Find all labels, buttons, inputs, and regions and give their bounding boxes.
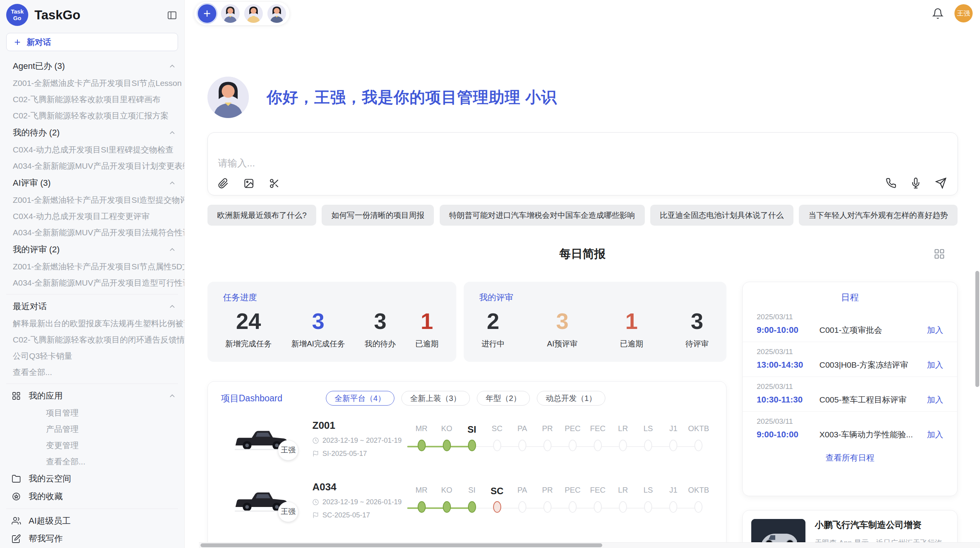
milestone-dot-cell — [535, 501, 559, 515]
quick-contacts-bar — [194, 2, 290, 25]
sidebar-item[interactable]: A034-全新新能源MUV产品开发项目法规符合性评审 — [0, 224, 184, 241]
stat-label: 新增完成任务 — [225, 339, 272, 349]
dashboard-filter-chip[interactable]: 全新上装（3） — [401, 391, 470, 406]
milestone-dot — [594, 440, 602, 451]
chevron-up-icon[interactable] — [168, 245, 176, 254]
contact-avatar-1[interactable] — [221, 4, 240, 23]
milestone-labels: MRKOSISCPAPRPECFECLRLSJ1OKTB — [409, 424, 711, 435]
join-link[interactable]: 加入 — [927, 394, 943, 405]
dashboard-filter-chip[interactable]: 动总开发（1） — [537, 391, 605, 406]
image-icon[interactable] — [243, 178, 254, 189]
milestone-dot-cell — [510, 440, 534, 454]
sidebar-section-header[interactable]: AI评审 (3) — [0, 174, 184, 192]
sidebar-item-users[interactable]: AI超级员工 — [0, 512, 184, 530]
phone-icon[interactable] — [886, 178, 896, 188]
suggestion-chip[interactable]: 比亚迪全固态电池计划具体说了什么 — [650, 205, 793, 226]
dashboard-filter-chip[interactable]: 全新平台（4） — [326, 391, 394, 406]
sidebar-item-badge-star[interactable]: 我的收藏 — [0, 488, 184, 505]
event-row: 13:00-14:30C003|H0B-方案冻结评审加入 — [757, 360, 943, 370]
brief-layout-icon[interactable] — [934, 248, 945, 260]
my-review-card: 我的评审 2进行中3AI预评审1已逾期3待评审 — [464, 282, 726, 362]
project-row[interactable]: 王强A0342023-12-19 ~ 2026-01-19SC-2025-05-… — [208, 469, 726, 531]
project-dates: 2023-12-19 ~ 2027-01-19 — [312, 437, 406, 445]
join-link[interactable]: 加入 — [927, 360, 943, 370]
milestone-line — [409, 440, 711, 454]
flag-icon — [312, 512, 319, 519]
sidebar-item[interactable]: 公司Q3轻卡销量 — [0, 348, 184, 364]
new-chat-button[interactable]: 新对话 — [6, 33, 178, 51]
project-flag-text: SI-2025-05-17 — [322, 450, 367, 458]
join-link[interactable]: 加入 — [927, 429, 943, 440]
sidebar-app-item[interactable]: 查看全部... — [0, 454, 184, 470]
sidebar-item[interactable]: C0X4-动力总成开发项目SI里程碑提交物检查 — [0, 142, 184, 158]
chevron-up-icon[interactable] — [168, 62, 176, 70]
sidebar-app-item[interactable]: 项目管理 — [0, 405, 184, 421]
sidebar-item[interactable]: A034-全新新能源MUV产品开发项目计划变更表编写 — [0, 158, 184, 174]
sidebar-section-header[interactable]: 我的评审 (2) — [0, 241, 184, 259]
sidebar-item[interactable]: C02-飞腾新能源轻客改款项目立项汇报方案 — [0, 108, 184, 124]
sidebar-section-header[interactable]: 我的待办 (2) — [0, 124, 184, 142]
write-icon — [12, 534, 21, 543]
sidebar-item[interactable]: C0X4-动力总成开发项目工程变更评审 — [0, 208, 184, 224]
send-icon[interactable] — [935, 177, 947, 189]
horizontal-scrollbar-thumb[interactable] — [200, 543, 602, 547]
add-contact-button[interactable] — [198, 4, 216, 23]
view-all-schedule-link[interactable]: 查看所有日程 — [743, 452, 957, 463]
sidebar-item-my-apps[interactable]: 我的应用 — [0, 387, 184, 405]
contact-avatar-3[interactable] — [267, 4, 286, 23]
scissors-icon[interactable] — [269, 178, 280, 189]
schedule-event: 2025/03/119:00-10:00C001-立项审批会加入 — [743, 307, 957, 342]
project-dates: 2023-12-19 ~ 2026-01-19 — [312, 498, 406, 506]
milestone-label: PEC — [560, 486, 584, 497]
mic-icon[interactable] — [910, 178, 921, 188]
users-icon — [12, 516, 21, 526]
suggestion-chip[interactable]: 欧洲新规最近颁布了什么? — [207, 205, 316, 226]
sidebar-item-write[interactable]: 帮我写作 — [0, 530, 184, 548]
sidebar-item-folder[interactable]: 我的云空间 — [0, 470, 184, 488]
stat-label: 进行中 — [481, 339, 505, 349]
milestone-label: J1 — [661, 424, 685, 435]
sidebar-item[interactable]: 解释最新出台的欧盟报废车法规再生塑料比例被调至15%... — [0, 315, 184, 332]
chevron-up-icon[interactable] — [168, 392, 176, 400]
milestone-dot — [468, 501, 476, 513]
suggestion-chip[interactable]: 如何写一份清晰的项目周报 — [322, 205, 434, 226]
event-row: 9:00-10:00X003-车辆动力学性能验...加入 — [757, 429, 943, 440]
vertical-scrollbar-thumb[interactable] — [975, 271, 979, 387]
milestone-dot — [694, 501, 702, 513]
logo-line2: Go — [13, 15, 21, 22]
event-row: 9:00-10:00C001-立项审批会加入 — [757, 325, 943, 336]
paperclip-icon[interactable] — [218, 178, 229, 189]
suggestion-chip[interactable]: 特朗普可能对进口汽车增税会对中国车企造成哪些影响 — [440, 205, 645, 226]
join-link[interactable]: 加入 — [927, 325, 943, 336]
dashboard-filter-chip[interactable]: 年型（2） — [477, 391, 530, 406]
sidebar-item[interactable]: A034-全新新能源MUV产品开发项目造型可行性评审 — [0, 275, 184, 291]
sidebar-item[interactable]: Z001-全新燃油轻卡产品开发项目SI节点属性5D文件评审 — [0, 259, 184, 275]
sidebar-shortcut-label: 我的云空间 — [29, 473, 71, 485]
milestone-dot — [443, 440, 451, 451]
user-avatar[interactable]: 王强 — [954, 4, 973, 22]
sidebar-item[interactable]: Z001-全新燃油轻卡产品开发项目SI造型提交物评审 — [0, 192, 184, 208]
milestone-dot — [493, 440, 501, 451]
sidebar-app-item[interactable]: 产品管理 — [0, 421, 184, 437]
sidebar-item[interactable]: C02-飞腾新能源轻客改款项目的闭环通告反馈情况 — [0, 332, 184, 348]
sidebar-collapse-icon[interactable] — [167, 10, 177, 21]
sidebar-item[interactable]: 查看全部... — [0, 364, 184, 380]
sidebar-section-header[interactable]: 最近对话 — [0, 298, 184, 315]
chevron-up-icon[interactable] — [168, 302, 176, 311]
milestone-label: PR — [535, 424, 559, 435]
composer[interactable]: 请输入... — [207, 132, 958, 195]
task-progress-stats: 24新增完成任务3新增AI完成任务3我的待办1已逾期 — [223, 310, 441, 349]
contact-avatar-2[interactable] — [244, 4, 263, 23]
composer-left-tools — [218, 178, 280, 189]
sidebar-item[interactable]: C02-飞腾新能源轻客改款项目里程碑画布 — [0, 91, 184, 108]
sidebar-section-header[interactable]: Agent已办 (3) — [0, 57, 184, 75]
sidebar-item[interactable]: Z001-全新燃油皮卡产品开发项目SI节点Lesson Learn报告 — [0, 75, 184, 91]
chevron-up-icon[interactable] — [168, 128, 176, 137]
notification-bell-icon[interactable] — [932, 8, 944, 19]
suggestion-chip[interactable]: 当下年轻人对汽车外观有怎样的喜好趋势 — [799, 205, 958, 226]
chevron-up-icon[interactable] — [168, 179, 176, 187]
project-row[interactable]: 王强Z0012023-12-19 ~ 2027-01-19SI-2025-05-… — [208, 408, 726, 469]
milestone-dot — [418, 440, 426, 451]
stat-value: 3 — [547, 310, 577, 333]
sidebar-app-item[interactable]: 变更管理 — [0, 437, 184, 454]
